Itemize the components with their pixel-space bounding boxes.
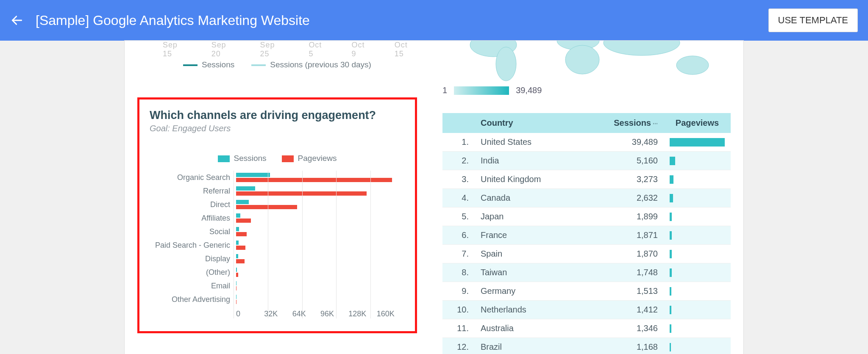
row-pageviews	[664, 133, 731, 152]
legend-label: Sessions	[234, 154, 267, 163]
row-sessions: 39,489	[605, 133, 664, 152]
bar-sessions	[236, 227, 239, 231]
legend-label: Sessions	[202, 60, 234, 69]
bar-plot-area: 032K64K96K128K160K	[234, 171, 405, 318]
table-row: 2.India5,160	[442, 152, 731, 170]
bar-sessions	[236, 173, 270, 177]
row-index: 1.	[442, 133, 475, 152]
row-country: Brazil	[475, 338, 605, 354]
chart-title: Which channels are driving engagement?	[150, 109, 405, 122]
table-row: 10.Netherlands1,412	[442, 301, 731, 319]
table-row: 11.Australia1,346	[442, 319, 731, 338]
legend-label: Sessions (previous 30 days)	[270, 60, 371, 69]
row-country: United Kingdom	[475, 170, 605, 189]
table-row: 6.France1,871	[442, 226, 731, 245]
country-table: Country Sessions⋯ Pageviews 1.United Sta…	[442, 113, 731, 354]
axis-tick: Oct 5	[309, 41, 327, 47]
square-swatch-icon	[218, 155, 230, 162]
bar-pageviews	[236, 205, 297, 209]
bar-row	[236, 198, 405, 211]
row-pageviews	[664, 170, 731, 189]
axis-tick: Oct 15	[395, 41, 417, 47]
bar-row	[236, 238, 405, 252]
bar-pageviews	[236, 232, 247, 236]
bar-category-label: Direct	[150, 198, 230, 211]
row-sessions: 1,412	[605, 301, 664, 319]
row-index: 9.	[442, 282, 475, 301]
bar-row	[236, 171, 405, 184]
row-country: Taiwan	[475, 263, 605, 282]
axis-tick: 96K	[320, 310, 348, 318]
row-index: 12.	[442, 338, 475, 354]
map-legend: 1 39,489	[442, 86, 731, 95]
bar-pageviews	[236, 273, 238, 277]
bar-row	[236, 184, 405, 198]
row-sessions: 2,632	[605, 189, 664, 207]
chart-legend: Sessions Pageviews	[150, 154, 405, 163]
back-arrow-icon[interactable]	[10, 14, 24, 27]
table-row: 9.Germany1,513	[442, 282, 731, 301]
row-index: 4.	[442, 189, 475, 207]
table-row: 12.Brazil1,168	[442, 338, 731, 354]
bar-category-label: Organic Search	[150, 171, 230, 184]
bar-category-label: Other Advertising	[150, 293, 230, 306]
axis-tick: 64K	[292, 310, 320, 318]
row-sessions: 1,748	[605, 263, 664, 282]
row-index: 6.	[442, 226, 475, 245]
bar-pageviews	[236, 246, 245, 250]
row-country: Spain	[475, 245, 605, 263]
header-pageviews[interactable]: Pageviews	[664, 113, 731, 133]
row-pageviews	[664, 189, 731, 207]
header-blank	[442, 113, 475, 133]
prev-chart-legend: Sessions Sessions (previous 30 days)	[137, 60, 417, 69]
page-title: [Sample] Google Analytics Marketing Webs…	[36, 13, 310, 28]
bar-sessions	[236, 241, 239, 245]
bar-category-labels: Organic SearchReferralDirectAffiliatesSo…	[150, 171, 234, 318]
bar-pageviews	[236, 286, 236, 290]
bar-sessions	[236, 186, 255, 191]
row-sessions: 5,160	[605, 152, 664, 170]
bar-sessions	[236, 268, 237, 272]
bar-row	[236, 293, 405, 306]
bar-sessions	[236, 200, 249, 204]
axis-tick: Sep 15	[163, 41, 187, 47]
row-pageviews	[664, 338, 731, 354]
svg-point-2	[496, 47, 516, 81]
bar-category-label: Display	[150, 252, 230, 266]
bar-sessions	[236, 213, 240, 218]
row-sessions: 1,899	[605, 207, 664, 226]
line-swatch-icon	[183, 64, 198, 66]
report-page: Sep 15Sep 20Sep 25Oct 5Oct 9Oct 15 Sessi…	[125, 41, 743, 354]
prev-chart-xaxis: Sep 15Sep 20Sep 25Oct 5Oct 9Oct 15	[137, 41, 417, 47]
bar-category-label: Affiliates	[150, 211, 230, 225]
row-index: 8.	[442, 263, 475, 282]
table-row: 7.Spain1,870	[442, 245, 731, 263]
header-country[interactable]: Country	[475, 113, 605, 133]
legend-label: Pageviews	[298, 154, 337, 163]
bar-row	[236, 279, 405, 293]
bar-category-label: Paid Search - Generic	[150, 238, 230, 252]
row-sessions: 1,513	[605, 282, 664, 301]
bar-row	[236, 252, 405, 266]
bar-category-label: Email	[150, 279, 230, 293]
axis-tick: 0	[236, 310, 264, 318]
bar-row	[236, 211, 405, 225]
left-column: Sep 15Sep 20Sep 25Oct 5Oct 9Oct 15 Sessi…	[125, 41, 430, 354]
row-country: Australia	[475, 319, 605, 338]
bar-row	[236, 266, 405, 279]
row-country: United States	[475, 133, 605, 152]
row-index: 5.	[442, 207, 475, 226]
row-sessions: 1,871	[605, 226, 664, 245]
bar-row	[236, 225, 405, 238]
header-sessions[interactable]: Sessions⋯	[605, 113, 664, 133]
line-swatch-icon	[251, 64, 266, 66]
chart-subtitle: Goal: Engaged Users	[150, 124, 405, 133]
header-left: [Sample] Google Analytics Marketing Webs…	[10, 13, 310, 28]
row-pageviews	[664, 263, 731, 282]
row-sessions: 1,870	[605, 245, 664, 263]
bar-category-label: Social	[150, 225, 230, 238]
bar-pageviews	[236, 191, 367, 196]
legend-item: Sessions	[183, 60, 234, 69]
use-template-button[interactable]: USE TEMPLATE	[768, 8, 858, 32]
app-header: [Sample] Google Analytics Marketing Webs…	[0, 0, 868, 41]
